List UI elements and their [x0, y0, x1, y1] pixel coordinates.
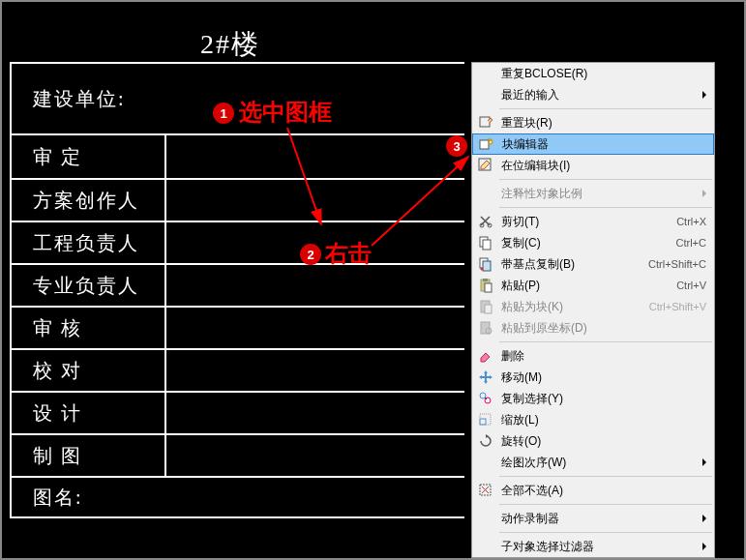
menu-item-copy-selection[interactable]: 复制选择(Y) — [472, 388, 714, 409]
rotate-icon — [476, 431, 495, 451]
erase-icon — [476, 346, 495, 366]
builder-row: 建设单位: — [10, 62, 464, 133]
menu-item-subobject-filter[interactable]: 子对象选择过滤器 — [472, 536, 714, 557]
submenu-arrow-icon — [702, 543, 706, 550]
svg-rect-9 — [483, 240, 491, 250]
annotation-badge-3: 3 — [446, 135, 467, 157]
context-menu: 重复BCLOSE(R) 最近的输入 重置块(R) 块编辑器 在位编辑块(I) 注… — [471, 62, 715, 558]
table-row: 审 定 — [10, 135, 464, 178]
menu-item-block-editor[interactable]: 块编辑器 — [472, 133, 714, 155]
svg-rect-3 — [480, 140, 489, 149]
svg-rect-15 — [485, 283, 492, 292]
menu-item-move[interactable]: 移动(M) — [472, 367, 714, 388]
annotation-badge-2: 2 — [300, 244, 321, 265]
reset-block-icon — [476, 113, 495, 133]
menu-item-action-recorder[interactable]: 动作录制器 — [472, 508, 714, 529]
copy-sel-icon — [476, 389, 495, 408]
svg-rect-11 — [483, 261, 491, 271]
table-row: 审 核 — [10, 306, 464, 348]
menu-item-scale[interactable]: 缩放(L) — [472, 409, 714, 430]
paste-orig-icon — [476, 318, 495, 338]
menu-separator — [499, 476, 712, 477]
menu-item-reset-block[interactable]: 重置块(R) — [472, 112, 714, 133]
table-row: 专业负责人 — [10, 263, 464, 306]
drawing-title: 2#楼 — [200, 26, 260, 63]
title-block[interactable]: 建设单位: 审 定 方案创作人 工程负责人 专业负责人 审 核 — [10, 62, 464, 518]
submenu-arrow-icon — [702, 190, 706, 197]
svg-point-4 — [489, 140, 492, 144]
menu-separator — [499, 179, 712, 180]
svg-rect-17 — [485, 305, 492, 313]
menu-separator — [499, 207, 712, 208]
menu-item-copy-base[interactable]: 带基点复制(B) Ctrl+Shift+C — [472, 253, 714, 275]
menu-item-paste-block: 粘贴为块(K) Ctrl+Shift+V — [472, 296, 714, 317]
table-row: 制 图 — [10, 433, 464, 476]
copy-base-icon — [476, 254, 495, 274]
menu-item-repeat[interactable]: 重复BCLOSE(R) — [472, 63, 714, 84]
table-row: 工程负责人 — [10, 221, 464, 263]
cut-icon — [476, 212, 495, 231]
submenu-arrow-icon — [702, 458, 706, 466]
menu-item-cut[interactable]: 剪切(T) Ctrl+X — [472, 211, 714, 232]
menu-item-rotate[interactable]: 旋转(O) — [472, 430, 714, 452]
table-row: 图名: — [10, 476, 464, 518]
svg-rect-2 — [480, 117, 490, 127]
scale-icon — [476, 410, 495, 429]
menu-separator — [499, 532, 712, 533]
menu-item-paste-orig: 粘贴到原坐标(D) — [472, 317, 714, 339]
menu-separator — [499, 341, 712, 342]
menu-separator — [499, 504, 712, 505]
menu-item-annotative-scale: 注释性对象比例 — [472, 183, 714, 204]
cad-drawing-area[interactable]: 2#楼 建设单位: 审 定 方案创作人 工程负责人 专业负责人 — [2, 2, 744, 558]
svg-rect-14 — [483, 279, 488, 281]
submenu-arrow-icon — [702, 91, 706, 99]
deselect-icon — [476, 481, 495, 500]
menu-item-draw-order[interactable]: 绘图次序(W) — [472, 452, 714, 473]
move-icon — [476, 368, 495, 387]
menu-item-deselect-all[interactable]: 全部不选(A) — [472, 480, 714, 501]
edit-inplace-icon — [476, 156, 495, 175]
menu-item-recent-input[interactable]: 最近的输入 — [472, 84, 714, 105]
paste-block-icon — [476, 297, 495, 316]
paste-icon — [476, 276, 495, 295]
menu-separator — [499, 108, 712, 109]
table-row: 设 计 — [10, 391, 464, 433]
menu-item-erase[interactable]: 删除 — [472, 345, 714, 367]
builder-label: 建设单位: — [12, 86, 126, 112]
menu-item-paste[interactable]: 粘贴(P) Ctrl+V — [472, 275, 714, 296]
annotation-text-2: 右击 — [325, 238, 372, 269]
table-row: 方案创作人 — [10, 178, 464, 221]
svg-point-12 — [481, 268, 484, 271]
copy-icon — [476, 233, 495, 252]
annotation-badge-1: 1 — [213, 103, 234, 124]
svg-rect-22 — [480, 419, 486, 425]
block-editor-icon — [477, 134, 496, 154]
menu-item-copy[interactable]: 复制(C) Ctrl+C — [472, 232, 714, 253]
menu-item-edit-inplace[interactable]: 在位编辑块(I) — [472, 155, 714, 176]
submenu-arrow-icon — [702, 515, 706, 522]
table-row: 校 对 — [10, 348, 464, 391]
annotation-text-1: 选中图框 — [239, 97, 332, 128]
